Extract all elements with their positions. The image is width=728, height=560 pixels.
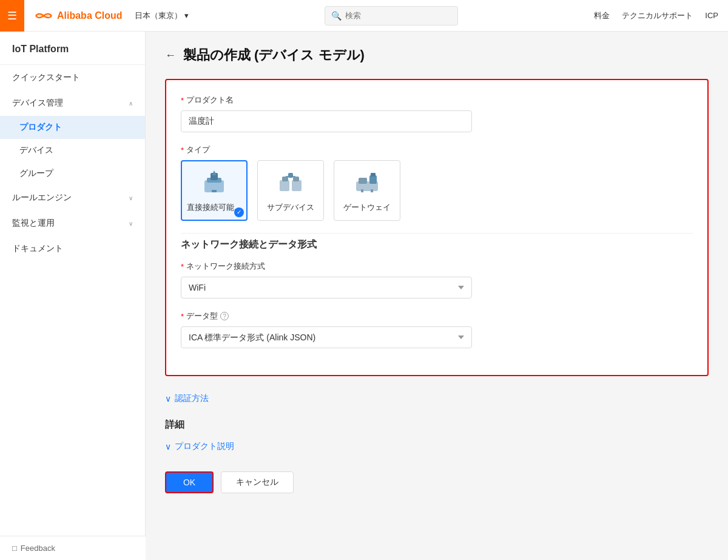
hamburger-icon: ☰ <box>7 9 17 22</box>
sidebar: IoT Platform クイックスタート デバイス管理 ∧ プロダクト デバイ… <box>0 32 146 560</box>
required-star-datatype: * <box>181 312 184 321</box>
type-option-direct-label: 直接接続可能… <box>187 202 242 213</box>
product-name-label-text: プロダクト名 <box>186 95 234 106</box>
svg-rect-5 <box>212 190 217 192</box>
required-star-type: * <box>181 146 184 155</box>
svg-rect-15 <box>371 173 376 177</box>
chevron-down-icon-monitoring: ∨ <box>129 220 133 227</box>
type-option-subdevice[interactable]: サブデバイス <box>257 160 324 221</box>
hamburger-button[interactable]: ☰ <box>0 0 24 32</box>
sidebar-item-device-management[interactable]: デバイス管理 ∧ <box>0 90 145 116</box>
feedback-label: Feedback <box>21 544 55 553</box>
product-name-input[interactable] <box>181 110 472 132</box>
network-group: * ネットワーク接続方式 WiFi Ethernet 3G/4G その他 <box>181 261 693 299</box>
svg-rect-17 <box>371 189 373 192</box>
required-star-name: * <box>181 96 184 105</box>
icp-link[interactable]: ICP <box>705 11 718 20</box>
sidebar-product-title: IoT Platform <box>0 32 145 65</box>
search-icon: 🔍 <box>331 11 342 21</box>
type-option-direct[interactable]: 直接接続可能… <box>181 160 248 221</box>
network-select[interactable]: WiFi Ethernet 3G/4G その他 <box>181 277 472 299</box>
sidebar-item-rule-engine[interactable]: ルールエンジン ∨ <box>0 185 145 211</box>
sidebar-item-groups[interactable]: グループ <box>0 162 145 185</box>
network-label-text: ネットワーク接続方式 <box>186 261 265 272</box>
svg-rect-13 <box>359 178 367 184</box>
auth-method-collapse-header[interactable]: ∨ 認証方法 <box>165 388 709 409</box>
region-text: 日本（東京） <box>135 10 182 21</box>
sidebar-sub-device-management: プロダクト デバイス グループ <box>0 116 145 185</box>
type-group: * タイプ 直接接続可能… <box>181 144 693 221</box>
svg-rect-8 <box>282 177 288 181</box>
required-star-network: * <box>181 262 184 271</box>
svg-rect-6 <box>280 180 289 191</box>
subdevice-icon <box>276 168 305 197</box>
search-input[interactable] <box>345 11 451 20</box>
type-option-gateway[interactable]: ゲートウェイ <box>334 160 400 221</box>
search-bar[interactable]: 🔍 <box>325 6 458 25</box>
pricing-link[interactable]: 料金 <box>594 10 610 21</box>
type-options: 直接接続可能… サブデバイス <box>181 160 693 221</box>
svg-rect-11 <box>288 173 293 178</box>
chevron-down-icon: ▾ <box>184 11 189 20</box>
gateway-icon <box>352 168 382 197</box>
svg-rect-16 <box>361 189 363 192</box>
sidebar-label-quick-start: クイックスタート <box>12 72 80 83</box>
sidebar-item-devices[interactable]: デバイス <box>0 139 145 162</box>
type-label-text: タイプ <box>186 144 210 155</box>
svg-rect-14 <box>369 175 377 184</box>
sidebar-label-device-management: デバイス管理 <box>12 98 63 109</box>
logo: Alibaba Cloud <box>34 10 123 22</box>
ok-button[interactable]: OK <box>165 471 214 493</box>
feedback-button[interactable]: □ Feedback <box>0 536 146 560</box>
sidebar-item-products[interactable]: プロダクト <box>0 116 145 139</box>
network-section-title: ネットワーク接続とデータ形式 <box>181 233 693 251</box>
data-type-help-icon[interactable]: ? <box>220 312 229 320</box>
auth-method-section: ∨ 認証方法 <box>165 388 709 409</box>
sidebar-item-monitoring[interactable]: 監視と運用 ∨ <box>0 211 145 236</box>
sidebar-label-monitoring: 監視と運用 <box>12 218 55 229</box>
details-section-title: 詳細 <box>165 419 709 431</box>
type-option-gateway-label: ゲートウェイ <box>343 202 391 213</box>
sidebar-label-rule-engine: ルールエンジン <box>12 192 72 203</box>
auth-method-label: 認証方法 <box>175 393 209 404</box>
product-desc-section: ∨ プロダクト説明 <box>165 436 709 457</box>
page-title: 製品の作成 (デバイス モデル) <box>183 46 365 64</box>
form-card: * プロダクト名 * タイプ <box>165 79 709 376</box>
sidebar-label-docs: ドキュメント <box>12 243 63 254</box>
topnav-links: 料金 テクニカルサポート ICP <box>594 10 718 21</box>
chevron-down-icon-desc: ∨ <box>165 442 171 451</box>
product-name-label: * プロダクト名 <box>181 95 693 106</box>
network-select-wrapper: WiFi Ethernet 3G/4G その他 <box>181 277 472 299</box>
button-row: OK キャンセル <box>165 471 709 493</box>
topnav: ☰ Alibaba Cloud 日本（東京） ▾ 🔍 料金 テクニカルサポート … <box>0 0 728 32</box>
logo-text: Alibaba Cloud <box>57 10 123 21</box>
product-desc-label: プロダクト説明 <box>175 441 234 452</box>
alibaba-logo-icon <box>34 10 53 22</box>
support-link[interactable]: テクニカルサポート <box>622 10 693 21</box>
app-layout: IoT Platform クイックスタート デバイス管理 ∧ プロダクト デバイ… <box>0 32 728 560</box>
data-type-label: * データ型 ? <box>181 311 693 322</box>
chevron-down-icon-auth: ∨ <box>165 394 171 403</box>
sidebar-item-docs[interactable]: ドキュメント <box>0 236 145 261</box>
sidebar-item-quick-start[interactable]: クイックスタート <box>0 65 145 90</box>
type-label: * タイプ <box>181 144 693 155</box>
data-type-label-text: データ型 <box>186 311 218 322</box>
feedback-icon: □ <box>12 544 17 553</box>
product-name-group: * プロダクト名 <box>181 95 693 132</box>
back-button[interactable]: ← <box>165 49 176 62</box>
svg-rect-7 <box>292 180 302 191</box>
direct-connect-icon <box>200 168 229 197</box>
chevron-down-icon-rule: ∨ <box>129 195 133 201</box>
network-label: * ネットワーク接続方式 <box>181 261 693 272</box>
type-option-subdevice-label: サブデバイス <box>267 202 314 213</box>
data-type-select-wrapper: ICA 標準データ形式 (Alink JSON) 透過型/カスタム <box>181 326 472 348</box>
page-header: ← 製品の作成 (デバイス モデル) <box>165 46 709 64</box>
data-type-select[interactable]: ICA 標準データ形式 (Alink JSON) 透過型/カスタム <box>181 326 472 348</box>
region-selector[interactable]: 日本（東京） ▾ <box>135 10 189 21</box>
svg-rect-9 <box>293 177 299 181</box>
main-content: ← 製品の作成 (デバイス モデル) * プロダクト名 * タイプ <box>146 32 728 560</box>
chevron-up-icon: ∧ <box>129 100 133 107</box>
data-type-group: * データ型 ? ICA 標準データ形式 (Alink JSON) 透過型/カス… <box>181 311 693 348</box>
cancel-button[interactable]: キャンセル <box>221 471 294 493</box>
product-desc-collapse-header[interactable]: ∨ プロダクト説明 <box>165 436 709 457</box>
